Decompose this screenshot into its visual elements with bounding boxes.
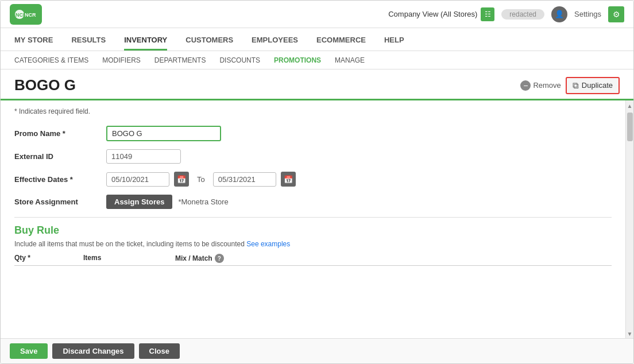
user-name: redacted <box>501 9 544 20</box>
settings-label: Settings <box>574 10 601 18</box>
vertical-scrollbar[interactable]: ▲ ▼ <box>625 100 633 338</box>
calendar-to-icon[interactable]: 📅 <box>281 172 296 187</box>
required-note: * Indicates required field. <box>14 107 612 115</box>
promo-name-row: Promo Name * <box>14 126 612 141</box>
content-area: BOGO G − Remove ⧉ Duplicate * Indicates … <box>1 69 633 338</box>
buy-rule-title: Buy Rule <box>14 224 612 237</box>
col-mix-match: Mix / Match ? <box>175 254 279 263</box>
gear-icon[interactable]: ⚙ <box>608 6 624 22</box>
close-button[interactable]: Close <box>139 343 180 359</box>
date-from-input[interactable] <box>106 172 169 187</box>
form-area: * Indicates required field. Promo Name *… <box>1 100 625 338</box>
nav-my-store[interactable]: MY STORE <box>14 31 53 51</box>
scroll-up-arrow[interactable]: ▲ <box>626 102 633 110</box>
nav-ecommerce[interactable]: ECOMMERCE <box>316 31 366 51</box>
subnav-departments[interactable]: DEPARTMENTS <box>154 54 206 67</box>
nav-employees[interactable]: EMPLOYEES <box>252 31 298 51</box>
top-bar-right: Company View (All Stores) ☷ redacted 👤 S… <box>388 6 624 22</box>
external-id-input[interactable] <box>106 149 181 164</box>
calendar-from-icon[interactable]: 📅 <box>174 172 189 187</box>
duplicate-button[interactable]: ⧉ Duplicate <box>566 77 620 94</box>
store-note: *Monetra Store <box>178 198 228 206</box>
col-mix-match-label: Mix / Match <box>175 254 212 262</box>
bottom-bar: Save Discard Changes Close <box>1 338 633 363</box>
remove-icon: − <box>520 80 531 91</box>
effective-dates-row: Effective Dates * 📅 To 📅 <box>14 172 612 187</box>
remove-label: Remove <box>533 81 560 90</box>
buy-rule-section: Buy Rule Include all items that must be … <box>14 224 612 266</box>
date-to-input[interactable] <box>213 172 276 187</box>
nav-inventory[interactable]: INVENTORY <box>124 31 167 51</box>
main-content-wrapper: * Indicates required field. Promo Name *… <box>1 100 633 338</box>
see-examples-link[interactable]: See examples <box>246 240 290 248</box>
promo-name-label: Promo Name * <box>14 129 106 138</box>
to-label: To <box>197 175 205 184</box>
scroll-down-arrow[interactable]: ▼ <box>626 330 633 338</box>
page-title: BOGO G <box>14 76 76 94</box>
store-assignment-label: Store Assignment <box>14 198 106 206</box>
external-id-row: External ID <box>14 149 612 164</box>
promo-name-input[interactable] <box>106 126 221 141</box>
subnav-promotions[interactable]: PROMOTIONS <box>274 54 321 67</box>
ncr-logo: NCR NCR <box>10 4 42 25</box>
page-header: BOGO G − Remove ⧉ Duplicate <box>1 69 633 100</box>
subnav-modifiers[interactable]: MODIFIERS <box>102 54 141 67</box>
scroll-thumb[interactable] <box>627 113 633 141</box>
col-qty: Qty * <box>14 254 83 263</box>
duplicate-icon: ⧉ <box>573 80 579 91</box>
sub-nav: CATEGORIES & ITEMS MODIFIERS DEPARTMENTS… <box>1 51 633 69</box>
section-divider <box>14 217 612 218</box>
buy-rule-desc-text: Include all items that must be on the ti… <box>14 240 245 248</box>
external-id-label: External ID <box>14 152 106 161</box>
duplicate-label: Duplicate <box>582 81 613 90</box>
nav-results[interactable]: RESULTS <box>71 31 106 51</box>
subnav-categories[interactable]: CATEGORIES & ITEMS <box>14 54 88 67</box>
effective-dates-label: Effective Dates * <box>14 175 106 184</box>
date-group: 📅 To 📅 <box>106 172 296 187</box>
top-bar: NCR NCR Company View (All Stores) ☷ reda… <box>1 1 633 28</box>
help-icon[interactable]: ? <box>215 254 224 263</box>
col-items: Items <box>83 254 175 263</box>
subnav-discounts[interactable]: DISCOUNTS <box>219 54 260 67</box>
remove-button[interactable]: − Remove <box>520 80 560 91</box>
header-actions: − Remove ⧉ Duplicate <box>520 77 620 94</box>
subnav-manage[interactable]: MANAGE <box>335 54 365 67</box>
user-avatar[interactable]: 👤 <box>551 6 567 22</box>
buy-rule-desc: Include all items that must be on the ti… <box>14 240 612 248</box>
company-view: Company View (All Stores) ☷ <box>388 7 494 21</box>
company-view-icon[interactable]: ☷ <box>481 7 494 21</box>
company-view-text: Company View (All Stores) <box>388 10 477 18</box>
main-nav: MY STORE RESULTS INVENTORY CUSTOMERS EMP… <box>1 28 633 51</box>
assign-stores-button[interactable]: Assign Stores <box>106 195 172 209</box>
store-assignment-row: Store Assignment Assign Stores *Monetra … <box>14 195 612 209</box>
nav-customers[interactable]: CUSTOMERS <box>185 31 233 51</box>
nav-help[interactable]: HELP <box>384 31 404 51</box>
table-header-row: Qty * Items Mix / Match ? <box>14 254 612 266</box>
svg-text:NCR: NCR <box>25 12 36 18</box>
save-button[interactable]: Save <box>10 343 48 359</box>
discard-changes-button[interactable]: Discard Changes <box>52 343 134 359</box>
